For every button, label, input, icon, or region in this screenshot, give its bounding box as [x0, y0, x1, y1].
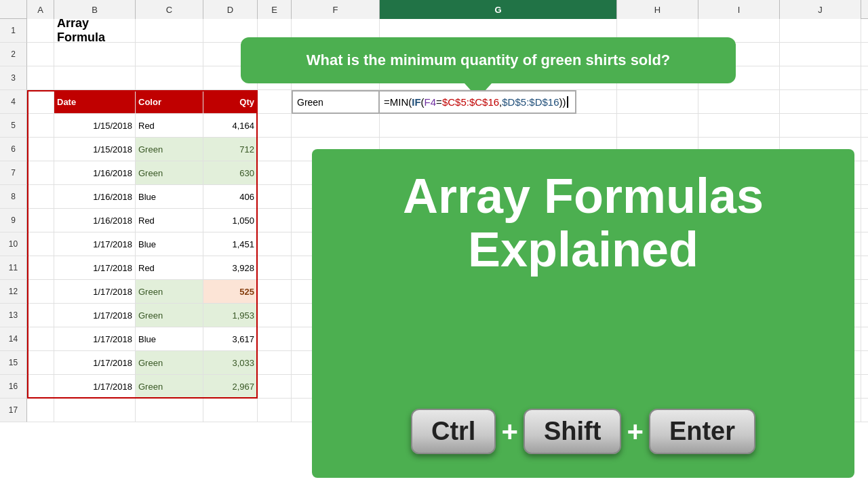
cell-a10[interactable]: [27, 232, 54, 256]
cell-e17[interactable]: [258, 399, 292, 422]
cell-b11[interactable]: 1/17/2018: [54, 256, 136, 279]
cell-a1[interactable]: [27, 19, 54, 42]
cell-e6[interactable]: [258, 138, 292, 161]
cell-e7[interactable]: [258, 161, 292, 184]
enter-key[interactable]: Enter: [649, 409, 755, 454]
cell-e4[interactable]: [258, 90, 292, 113]
cell-a3[interactable]: [27, 66, 54, 89]
cell-c3[interactable]: [136, 66, 203, 89]
cell-h5[interactable]: [617, 114, 698, 137]
cell-e12[interactable]: [258, 280, 292, 303]
cell-b7[interactable]: 1/16/2018: [54, 161, 136, 184]
cell-d15[interactable]: 3,033: [203, 351, 258, 374]
cell-c13[interactable]: Green: [136, 304, 203, 327]
cell-b3[interactable]: [54, 66, 136, 89]
cell-f5[interactable]: [292, 114, 380, 137]
grid-row-5: 1/15/2018 Red 4,164: [27, 114, 868, 138]
cell-d8[interactable]: 406: [203, 185, 258, 208]
cell-d12[interactable]: 525: [203, 280, 258, 303]
cell-e14[interactable]: [258, 327, 292, 350]
cell-b13[interactable]: 1/17/2018: [54, 304, 136, 327]
cell-a16[interactable]: [27, 375, 54, 398]
cell-c10[interactable]: Blue: [136, 232, 203, 256]
cell-b2[interactable]: [54, 43, 136, 66]
cell-h4[interactable]: [617, 90, 698, 113]
formula-expression[interactable]: =MIN(IF(F4=$C$5:$C$16,$D$5:$D$16)): [380, 90, 576, 114]
cell-a15[interactable]: [27, 351, 54, 374]
cell-d13[interactable]: 1,953: [203, 304, 258, 327]
cell-j2[interactable]: [780, 43, 861, 66]
cell-c1[interactable]: [136, 19, 203, 42]
cell-d7[interactable]: 630: [203, 161, 258, 184]
cell-d11[interactable]: 3,928: [203, 256, 258, 279]
cell-b6[interactable]: 1/15/2018: [54, 138, 136, 161]
cell-c8[interactable]: Blue: [136, 185, 203, 208]
cell-d14[interactable]: 3,617: [203, 327, 258, 350]
formula-if: IF: [412, 96, 420, 108]
cell-a6[interactable]: [27, 138, 54, 161]
cell-a8[interactable]: [27, 185, 54, 208]
cell-d6[interactable]: 712: [203, 138, 258, 161]
cell-b5[interactable]: 1/15/2018: [54, 114, 136, 137]
cell-a2[interactable]: [27, 43, 54, 66]
cell-c4-color[interactable]: Color: [136, 90, 203, 113]
cell-j1[interactable]: [780, 19, 861, 42]
cell-i5[interactable]: [698, 114, 780, 137]
cell-c5[interactable]: Red: [136, 114, 203, 137]
cell-d9[interactable]: 1,050: [203, 209, 258, 232]
cell-a11[interactable]: [27, 256, 54, 279]
cell-b12[interactable]: 1/17/2018: [54, 280, 136, 303]
cell-a7[interactable]: [27, 161, 54, 184]
cell-e8[interactable]: [258, 185, 292, 208]
cell-j5[interactable]: [780, 114, 861, 137]
cell-j3[interactable]: [780, 66, 861, 89]
cell-d5[interactable]: 4,164: [203, 114, 258, 137]
row-num-17: 17: [0, 399, 27, 422]
cell-e10[interactable]: [258, 232, 292, 256]
cell-c7[interactable]: Green: [136, 161, 203, 184]
cell-a14[interactable]: [27, 327, 54, 350]
cell-b10[interactable]: 1/17/2018: [54, 232, 136, 256]
cell-c14[interactable]: Blue: [136, 327, 203, 350]
cell-c6[interactable]: Green: [136, 138, 203, 161]
cell-c17[interactable]: [136, 399, 203, 422]
cell-i4[interactable]: [698, 90, 780, 113]
cell-c9[interactable]: Red: [136, 209, 203, 232]
cell-c15[interactable]: Green: [136, 351, 203, 374]
cell-a13[interactable]: [27, 304, 54, 327]
cell-b16[interactable]: 1/17/2018: [54, 375, 136, 398]
cell-a12[interactable]: [27, 280, 54, 303]
cell-c12[interactable]: Green: [136, 280, 203, 303]
row-num-1: 1: [0, 19, 27, 43]
cell-a4[interactable]: [27, 90, 54, 113]
formula-input[interactable]: Green: [292, 90, 380, 114]
cell-e5[interactable]: [258, 114, 292, 137]
cell-b4-date[interactable]: Date: [54, 90, 136, 113]
cell-c16[interactable]: Green: [136, 375, 203, 398]
cell-e13[interactable]: [258, 304, 292, 327]
cell-e11[interactable]: [258, 256, 292, 279]
ctrl-key[interactable]: Ctrl: [411, 409, 496, 454]
cell-b1[interactable]: Array Formula: [54, 19, 136, 42]
cell-b15[interactable]: 1/17/2018: [54, 351, 136, 374]
cell-c2[interactable]: [136, 43, 203, 66]
cell-d17[interactable]: [203, 399, 258, 422]
cell-b9[interactable]: 1/16/2018: [54, 209, 136, 232]
cell-d4-qty[interactable]: Qty: [203, 90, 258, 113]
cell-e15[interactable]: [258, 351, 292, 374]
cell-g5[interactable]: [380, 114, 617, 137]
cell-b8[interactable]: 1/16/2018: [54, 185, 136, 208]
cell-e16[interactable]: [258, 375, 292, 398]
cell-j4[interactable]: [780, 90, 861, 113]
cell-c11[interactable]: Red: [136, 256, 203, 279]
cell-a17[interactable]: [27, 399, 54, 422]
cell-d10[interactable]: 1,451: [203, 232, 258, 256]
shift-key[interactable]: Shift: [524, 409, 621, 454]
cell-a9[interactable]: [27, 209, 54, 232]
row-num-15: 15: [0, 351, 27, 375]
cell-d16[interactable]: 2,967: [203, 375, 258, 398]
cell-b17[interactable]: [54, 399, 136, 422]
cell-e9[interactable]: [258, 209, 292, 232]
cell-a5[interactable]: [27, 114, 54, 137]
cell-b14[interactable]: 1/17/2018: [54, 327, 136, 350]
